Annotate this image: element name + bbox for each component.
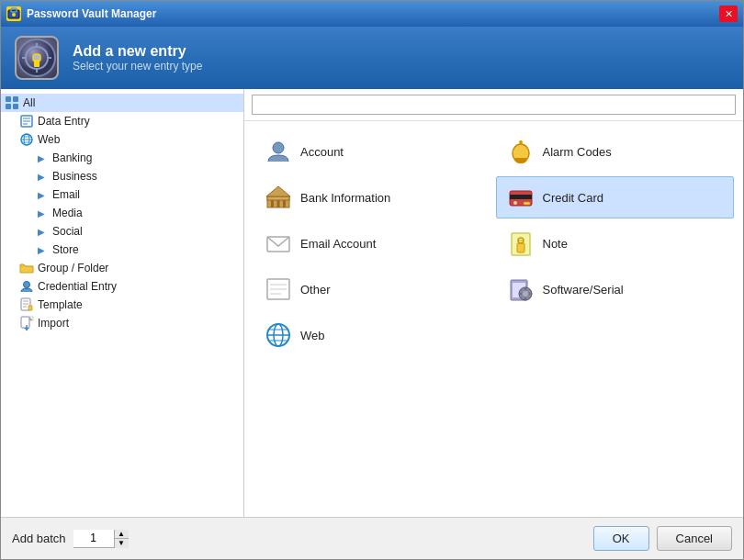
sidebar-item-social[interactable]: ▶ Social [1,222,243,241]
svg-rect-14 [6,104,11,109]
entry-alarm-codes[interactable]: Alarm Codes [496,130,735,173]
entry-credit-card-label: Credit Card [543,191,603,205]
batch-spinner[interactable]: 1 ▲ ▼ [73,530,129,548]
sidebar-item-banking-label: Banking [52,151,92,164]
sidebar-item-media-label: Media [52,207,83,219]
svg-rect-43 [277,200,280,207]
content-area: Account Alarm Codes [244,89,743,517]
sidebar-item-business[interactable]: ▶ Business [1,167,243,185]
svg-rect-15 [13,104,18,109]
all-icon [5,95,19,110]
sidebar-item-email[interactable]: ▶ Email [1,185,243,204]
search-bar [244,89,743,121]
alarm-codes-icon [506,137,535,166]
social-arrow-icon: ▶ [34,224,49,239]
footer-left: Add batch 1 ▲ ▼ [12,530,129,548]
sidebar-item-email-label: Email [52,188,80,201]
sidebar-item-all[interactable]: All [1,94,243,112]
sidebar-item-media[interactable]: ▶ Media [1,204,243,222]
account-icon [264,137,293,166]
entry-bank-information-label: Bank Information [300,191,390,205]
sidebar-item-social-label: Social [52,225,83,238]
sidebar-item-credential-entry[interactable]: Credential Entry [1,277,243,296]
svg-rect-47 [524,202,530,205]
other-icon [264,274,293,304]
cancel-button[interactable]: Cancel [657,526,732,551]
entry-account[interactable]: Account [254,130,492,173]
media-arrow-icon: ▶ [34,206,49,220]
sidebar-item-data-entry[interactable]: Data Entry [1,112,243,130]
sidebar-item-business-label: Business [52,170,97,183]
web-icon [19,132,34,147]
sidebar-item-group-folder[interactable]: Group / Folder [1,259,243,277]
sidebar-item-credential-label: Credential Entry [38,280,117,293]
svg-marker-35 [24,328,29,330]
sidebar-item-import[interactable]: Import [1,314,243,332]
header-subtitle: Select your new entry type [73,60,202,73]
sidebar: All Data Entry [1,89,244,517]
titlebar-left: Password Vault Manager [6,6,156,21]
batch-input[interactable]: 1 [73,530,114,548]
sidebar-item-banking[interactable]: ▶ Banking [1,149,243,167]
svg-point-61 [523,291,528,297]
note-icon [506,229,535,258]
entry-other-label: Other [300,283,331,297]
svg-rect-46 [510,195,532,199]
entry-web-label: Web [300,329,325,342]
spinner-up-button[interactable]: ▲ [114,530,129,539]
entry-other[interactable]: Other [254,268,492,310]
entry-email-account-label: Email Account [300,237,376,251]
header-panel: Add a new entry Select your new entry ty… [1,27,743,89]
header-title: Add a new entry [73,43,202,60]
sidebar-item-import-label: Import [38,317,69,330]
batch-label: Add batch [12,532,66,545]
email-account-icon [264,229,293,258]
svg-marker-41 [266,186,290,196]
svg-rect-12 [6,96,11,102]
sidebar-item-all-label: All [23,96,35,109]
close-button[interactable]: ✕ [719,6,738,22]
svg-point-2 [12,13,16,17]
ok-button[interactable]: OK [593,526,649,551]
svg-point-25 [24,282,30,288]
sidebar-item-store[interactable]: ▶ Store [1,241,243,259]
search-input[interactable] [252,95,736,115]
entry-credit-card[interactable]: Credit Card [496,176,735,218]
bank-information-icon [264,183,293,212]
entry-alarm-codes-label: Alarm Codes [543,145,612,159]
entry-email-account[interactable]: Email Account [254,222,492,264]
entry-software-serial-label: Software/Serial [543,283,624,297]
store-arrow-icon: ▶ [34,242,49,257]
banking-arrow-icon: ▶ [34,151,49,165]
header-icon [15,36,59,80]
sidebar-item-template-label: Template [38,298,83,311]
app-icon [6,6,21,21]
entry-bank-information[interactable]: Bank Information [254,176,492,218]
entry-web[interactable]: Web [254,314,492,356]
entry-software-serial[interactable]: Software/Serial [496,268,735,310]
sidebar-item-data-entry-label: Data Entry [38,115,90,128]
sidebar-item-web-label: Web [38,133,60,146]
entry-note[interactable]: Note [496,222,735,264]
web-entry-icon [264,320,293,350]
footer-buttons: OK Cancel [593,526,732,551]
header-text: Add a new entry Select your new entry ty… [73,43,202,73]
main-content: All Data Entry [1,89,743,517]
entry-account-label: Account [300,145,344,159]
sidebar-item-template[interactable]: Template [1,296,243,314]
data-entry-icon [19,114,34,129]
sidebar-item-store-label: Store [52,243,79,256]
svg-rect-44 [283,200,286,207]
svg-point-36 [273,142,284,153]
spinner-buttons: ▲ ▼ [114,530,129,548]
folder-icon [19,261,34,275]
titlebar-title: Password Vault Manager [27,7,156,20]
svg-point-38 [519,140,523,144]
spinner-down-button[interactable]: ▼ [114,539,129,548]
svg-rect-40 [267,196,289,200]
titlebar: Password Vault Manager ✕ [1,1,743,27]
main-window: Password Vault Manager ✕ [0,0,744,560]
footer: Add batch 1 ▲ ▼ OK Cancel [1,517,743,559]
sidebar-item-web[interactable]: Web [1,130,243,149]
entries-grid: Account Alarm Codes [244,121,743,517]
